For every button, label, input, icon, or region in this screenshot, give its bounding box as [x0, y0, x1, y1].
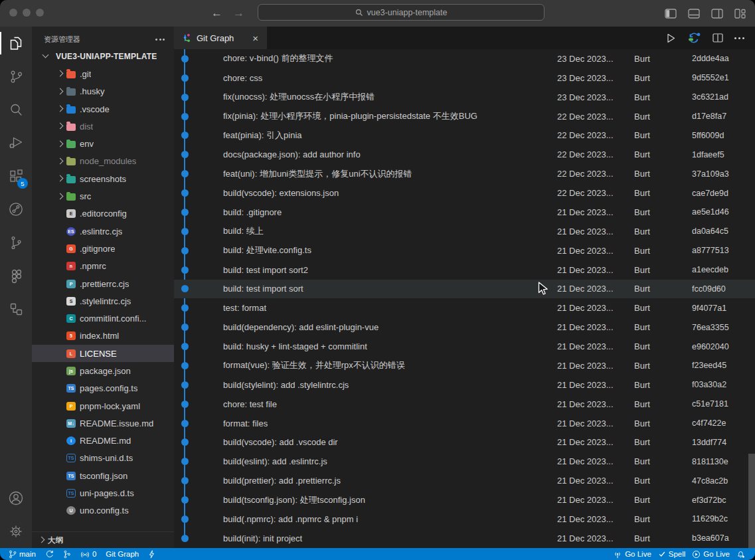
- commit-row[interactable]: build: test import sort2 21 Dec 2023... …: [174, 260, 755, 280]
- tree-item[interactable]: TS shims-uni.d.ts: [32, 450, 174, 467]
- tree-item[interactable]: screenshots: [32, 170, 174, 187]
- tree-item[interactable]: L LICENSE: [32, 345, 174, 362]
- navigate-back-icon[interactable]: ←: [211, 7, 222, 20]
- compare-sync-icon[interactable]: [687, 32, 701, 44]
- commit-row[interactable]: format: files 21 Dec 2023... Burt c4f742…: [174, 414, 755, 433]
- commit-row[interactable]: build(prettier): add .prettierrc.js 21 D…: [174, 471, 755, 490]
- tree-item[interactable]: G .gitignore: [32, 240, 174, 257]
- commit-row[interactable]: build: .gitignore 21 Dec 2023... Burt ae…: [174, 203, 755, 222]
- run-file-icon[interactable]: [666, 33, 676, 43]
- more-actions-icon[interactable]: [734, 37, 744, 39]
- outline-section[interactable]: 大纲: [32, 531, 174, 548]
- tree-item[interactable]: E .editorconfig: [32, 205, 174, 223]
- commit-row[interactable]: fix(unocss): 处理unocss在小程序中报错 23 Dec 2023…: [174, 88, 755, 107]
- tree-item[interactable]: node_modules: [32, 153, 174, 170]
- commit-row[interactable]: build(vscode): add .vscode dir 21 Dec 20…: [174, 433, 755, 452]
- go-live-broadcast-button[interactable]: Go Live: [610, 548, 655, 560]
- vertical-scrollbar[interactable]: [748, 454, 755, 548]
- customize-layout-icon[interactable]: [734, 9, 746, 19]
- tree-item[interactable]: S .stylelintrc.cjs: [32, 292, 174, 310]
- tab-git-graph[interactable]: Git Graph ×: [174, 27, 267, 49]
- split-editor-icon[interactable]: [713, 33, 723, 43]
- commit-row[interactable]: build(stylelint): add .stylelintrc.cjs 2…: [174, 375, 755, 395]
- check-icon: [658, 550, 666, 558]
- tree-item[interactable]: dist: [32, 118, 174, 135]
- explorer-more-actions-icon[interactable]: [153, 36, 167, 43]
- tree-item[interactable]: i README.md: [32, 432, 174, 450]
- activity-hierarchy[interactable]: [0, 292, 32, 326]
- file-icon: js: [66, 367, 76, 375]
- toggle-secondary-sidebar-icon[interactable]: [711, 9, 724, 19]
- activity-account[interactable]: [0, 482, 32, 515]
- tree-item[interactable]: ES .eslintrc.cjs: [32, 223, 174, 240]
- commit-row[interactable]: feat(pinia): 引入pinia 22 Dec 2023... Burt…: [174, 126, 755, 145]
- commit-row[interactable]: chore: v-bind() 前的整理文件 23 Dec 2023... Bu…: [174, 49, 755, 68]
- maximize-window-button[interactable]: [36, 9, 44, 17]
- activity-run-debug[interactable]: [0, 126, 32, 159]
- commit-row[interactable]: build: 续上 21 Dec 2023... Burt da0a64c5: [174, 222, 755, 241]
- activity-figma[interactable]: [0, 259, 32, 292]
- activity-source-control[interactable]: [0, 60, 32, 93]
- sync-changes-button[interactable]: [42, 548, 57, 560]
- activity-search[interactable]: [0, 93, 32, 126]
- tree-item[interactable]: .git: [32, 65, 174, 82]
- tree-item[interactable]: TS tsconfig.json: [32, 467, 174, 484]
- spell-checker-button[interactable]: Spell: [655, 548, 689, 560]
- activity-extensions[interactable]: 5: [0, 159, 32, 193]
- go-live-server-button[interactable]: Go Live: [689, 548, 733, 560]
- commit-row[interactable]: build: test import sort 21 Dec 2023... B…: [174, 280, 755, 299]
- tree-item[interactable]: U uno.config.ts: [32, 502, 174, 519]
- navigate-forward-icon[interactable]: →: [233, 7, 244, 20]
- ports-indicator[interactable]: 0: [77, 548, 100, 560]
- notifications-bell[interactable]: [733, 548, 748, 560]
- commit-row[interactable]: build(vscode): extensions.json 22 Dec 20…: [174, 183, 755, 203]
- activity-git-history[interactable]: [0, 193, 32, 226]
- command-center-search[interactable]: vue3-uniapp-template: [258, 4, 545, 21]
- commit-message: build: 续上: [223, 225, 557, 237]
- commit-row[interactable]: build(tsconfig.json): 处理tsconfig.json 21…: [174, 490, 755, 510]
- tree-item[interactable]: TS uni-pages.d.ts: [32, 484, 174, 502]
- close-tab-icon[interactable]: ×: [250, 33, 260, 44]
- tree-item[interactable]: P pnpm-lock.yaml: [32, 397, 174, 415]
- close-window-button[interactable]: [9, 9, 17, 17]
- tree-item[interactable]: M↓ README.issue.md: [32, 415, 174, 432]
- tree-item[interactable]: js package.json: [32, 362, 174, 379]
- commit-row[interactable]: build: husky + lint-staged + commitlint …: [174, 337, 755, 356]
- commit-hash: c4f7422e: [692, 419, 755, 428]
- tree-item[interactable]: C commitlint.confi...: [32, 310, 174, 327]
- git-graph-statusbar-icon[interactable]: [60, 548, 74, 560]
- tree-root[interactable]: VUE3-UNIAPP-TEMPLATE: [32, 48, 174, 65]
- toggle-panel-icon[interactable]: [688, 9, 701, 19]
- tree-item[interactable]: src: [32, 187, 174, 205]
- commit-row[interactable]: fix(pinia): 处理小程序环境，pinia-plugin-persist…: [174, 107, 755, 126]
- tree-item[interactable]: env: [32, 135, 174, 152]
- branch-indicator[interactable]: main: [5, 548, 39, 560]
- activity-settings[interactable]: [0, 515, 32, 548]
- commit-row[interactable]: build(eslint): add .eslintrc.js 21 Dec 2…: [174, 452, 755, 471]
- commit-row[interactable]: chore: test file 21 Dec 2023... Burt c51…: [174, 395, 755, 414]
- commit-row[interactable]: build: 处理vite.config.ts 21 Dec 2023... B…: [174, 241, 755, 260]
- tree-item[interactable]: 5 index.html: [32, 327, 174, 345]
- commit-row[interactable]: build(dependency): add eslint-plugin-vue…: [174, 318, 755, 337]
- commit-row[interactable]: build(.npmrc): add .npmrc & pnpm i 21 De…: [174, 510, 755, 529]
- activity-git-graph[interactable]: [0, 226, 32, 259]
- minimize-window-button[interactable]: [23, 9, 31, 17]
- circle-play-icon: [692, 550, 701, 559]
- toggle-primary-sidebar-icon[interactable]: [665, 9, 677, 19]
- commit-message: build(vscode): add .vscode dir: [223, 437, 557, 447]
- commit-row[interactable]: docs(package.json): add author info 22 D…: [174, 145, 755, 164]
- tree-item[interactable]: TS pages.config.ts: [32, 380, 174, 397]
- commit-row[interactable]: chore: css 23 Dec 2023... Burt 9d5552e1: [174, 68, 755, 88]
- commit-row[interactable]: format(vue): 验证生效，并处理rpx不认识的错误 21 Dec 20…: [174, 356, 755, 375]
- tree-item[interactable]: .husky: [32, 83, 174, 100]
- activity-explorer[interactable]: [0, 27, 32, 60]
- commit-row[interactable]: build(init): init project 21 Dec 2023...…: [174, 529, 755, 548]
- tree-item[interactable]: .vscode: [32, 100, 174, 118]
- commit-row[interactable]: feat(uni): 增加uni类型提示，修复uni不认识的报错 22 Dec …: [174, 164, 755, 183]
- commit-row[interactable]: test: format 21 Dec 2023... Burt 9f4077a…: [174, 298, 755, 318]
- tree-item[interactable]: n .npmrc: [32, 258, 174, 275]
- git-graph-statusbar-button[interactable]: Git Graph: [102, 548, 142, 560]
- commit-date: 21 Dec 2023...: [557, 437, 634, 447]
- tree-item[interactable]: P .prettierrc.cjs: [32, 275, 174, 292]
- zap-indicator[interactable]: [145, 548, 159, 560]
